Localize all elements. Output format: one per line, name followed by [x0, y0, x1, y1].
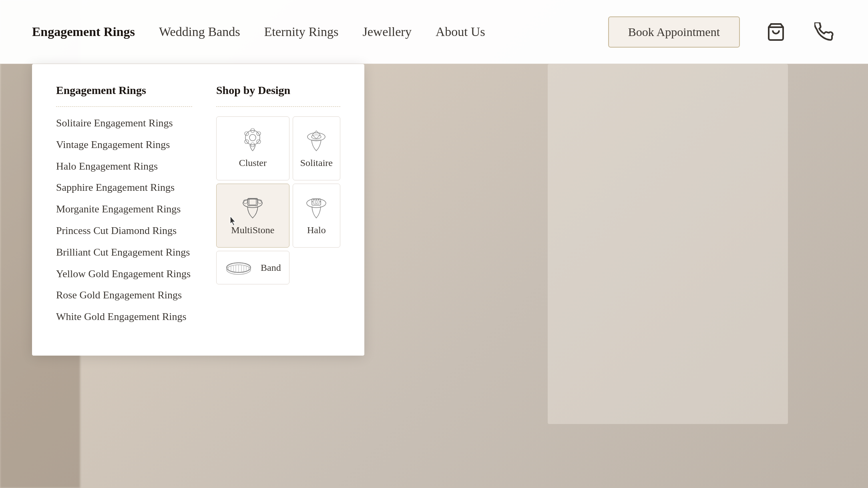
cart-svg: [766, 22, 786, 42]
svg-point-22: [316, 199, 317, 200]
nav-eternity-rings[interactable]: Eternity Rings: [264, 24, 339, 39]
link-sapphire-engagement[interactable]: Sapphire Engagement Rings: [56, 181, 192, 194]
header: Engagement Rings Wedding Bands Eternity …: [0, 0, 868, 64]
dropdown-divider: [56, 106, 192, 107]
design-card-multistone[interactable]: MultiStone: [216, 184, 289, 248]
cart-icon[interactable]: [764, 20, 788, 44]
svg-point-24: [320, 201, 321, 202]
link-halo-engagement[interactable]: Halo Engagement Rings: [56, 160, 192, 173]
svg-point-21: [315, 201, 317, 203]
nav-jewellery[interactable]: Jewellery: [362, 24, 412, 39]
svg-point-23: [318, 199, 319, 200]
book-appointment-button[interactable]: Book Appointment: [608, 16, 740, 48]
phone-svg: [814, 22, 834, 42]
link-solitaire-engagement[interactable]: Solitaire Engagement Rings: [56, 116, 192, 130]
dropdown-section-title: Engagement Rings: [56, 84, 192, 97]
link-brilliant-cut[interactable]: Brilliant Cut Engagement Rings: [56, 246, 192, 259]
link-yellow-gold[interactable]: Yellow Gold Engagement Rings: [56, 267, 192, 281]
cluster-ring-image: [237, 125, 269, 153]
phone-icon[interactable]: [812, 20, 836, 44]
design-card-cluster[interactable]: Cluster: [216, 116, 289, 180]
design-card-solitaire[interactable]: Solitaire: [293, 116, 340, 180]
svg-point-13: [243, 199, 262, 208]
link-princess-cut[interactable]: Princess Cut Diamond Rings: [56, 224, 192, 238]
shop-by-design-title: Shop by Design: [216, 84, 340, 97]
svg-point-9: [307, 133, 325, 141]
dropdown-left-column: Engagement Rings Solitaire Engagement Ri…: [56, 84, 192, 332]
nav-engagement-rings[interactable]: Engagement Rings: [32, 24, 135, 39]
nav-about-us[interactable]: About Us: [436, 24, 485, 39]
halo-ring-image: [300, 192, 332, 220]
cluster-label: Cluster: [239, 158, 267, 168]
nav-wedding-bands[interactable]: Wedding Bands: [159, 24, 240, 39]
svg-point-26: [312, 201, 313, 202]
band-ring-image: [225, 258, 253, 278]
link-rose-gold[interactable]: Rose Gold Engagement Rings: [56, 288, 192, 302]
link-vintage-engagement[interactable]: Vintage Engagement Rings: [56, 138, 192, 152]
link-white-gold[interactable]: White Gold Engagement Rings: [56, 310, 192, 324]
halo-label: Halo: [307, 225, 326, 236]
link-morganite-engagement[interactable]: Morganite Engagement Rings: [56, 202, 192, 216]
multistone-ring-image: [237, 192, 269, 220]
shop-by-design-divider: [216, 106, 340, 107]
bg-right-panel: [548, 64, 788, 424]
band-label: Band: [261, 262, 281, 273]
solitaire-ring-image: [300, 125, 332, 153]
svg-point-25: [313, 199, 315, 200]
dropdown-panel: Engagement Rings Solitaire Engagement Ri…: [32, 64, 364, 356]
design-grid: Cluster Solitaire: [216, 116, 340, 284]
multistone-label: MultiStone: [231, 225, 274, 236]
solitaire-label: Solitaire: [300, 158, 333, 168]
svg-rect-15: [249, 199, 256, 205]
svg-point-2: [249, 134, 256, 141]
design-card-band[interactable]: Band: [216, 251, 289, 284]
dropdown-right-column: Shop by Design: [216, 84, 340, 332]
design-card-halo[interactable]: Halo: [293, 184, 340, 248]
